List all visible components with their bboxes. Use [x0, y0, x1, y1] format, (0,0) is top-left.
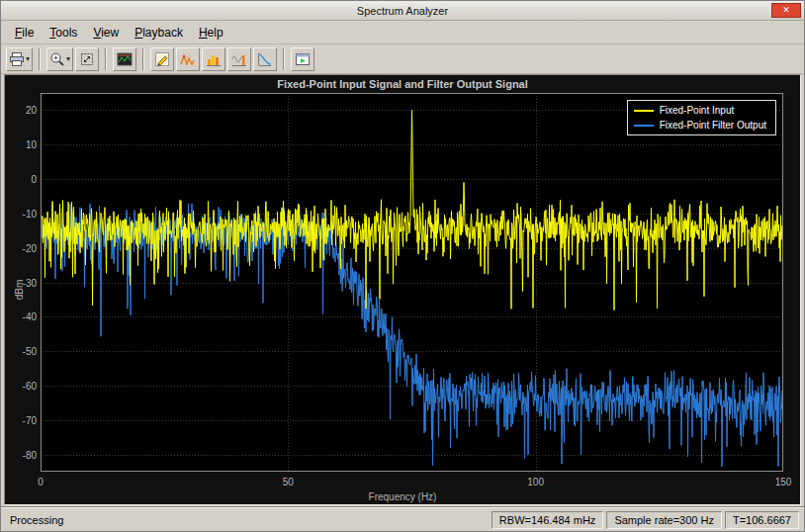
y-tick-label: -60	[23, 380, 37, 391]
ccdf-measurements-button[interactable]	[253, 47, 277, 71]
y-tick-label: 0	[31, 174, 37, 185]
toolbar-separator	[142, 48, 144, 70]
legend[interactable]: Fixed-Point Input Fixed-Point Filter Out…	[627, 100, 776, 135]
menu-playback[interactable]: Playback	[127, 23, 191, 43]
cursor-measurements-icon	[154, 51, 170, 67]
spectrum-analyzer-window: Spectrum Analyzer ✕ File Tools View Play…	[0, 0, 805, 532]
magnifier-icon	[49, 51, 65, 67]
y-tick-label: -10	[23, 208, 37, 219]
y-axis-label: dBm	[14, 270, 25, 310]
y-tick-label: -40	[23, 311, 37, 322]
menu-help[interactable]: Help	[191, 23, 231, 43]
toolbar-separator	[283, 48, 285, 70]
print-button[interactable]: ▾	[6, 47, 33, 71]
window-title: Spectrum Analyzer	[357, 5, 448, 17]
x-axis-label: Frequency (Hz)	[5, 491, 800, 502]
y-tick-label: 10	[26, 139, 37, 150]
dropdown-arrow-icon: ▾	[26, 54, 30, 63]
legend-line-output-icon	[634, 125, 654, 127]
y-tick-label: -20	[23, 242, 37, 253]
status-bar: Processing RBW=146.484 mHz Sample rate=3…	[1, 507, 804, 531]
spectrum-canvas[interactable]	[41, 93, 783, 472]
x-tick-label: 100	[527, 477, 544, 488]
chart-title: Fixed-Point Input Signal and Filter Outp…	[5, 78, 800, 90]
title-bar[interactable]: Spectrum Analyzer ✕	[1, 1, 804, 21]
toolbar: ▾ ▾	[1, 44, 804, 74]
y-tick-label: 20	[26, 105, 37, 116]
legend-line-input-icon	[634, 110, 654, 112]
close-button[interactable]: ✕	[771, 3, 801, 18]
menu-view[interactable]: View	[85, 23, 127, 43]
legend-entry-output: Fixed-Point Filter Output	[634, 120, 766, 131]
legend-entry-input: Fixed-Point Input	[634, 105, 766, 116]
spectrum-settings-icon	[117, 51, 133, 67]
zoom-button[interactable]: ▾	[46, 47, 73, 71]
y-tick-label: -70	[23, 414, 37, 425]
scale-axes-button[interactable]	[75, 47, 99, 71]
distortion-measurements-icon	[231, 51, 247, 67]
status-rbw: RBW=146.484 mHz	[492, 511, 604, 529]
axes-area[interactable]: Fixed-Point Input Fixed-Point Filter Out…	[41, 93, 783, 472]
cursor-measurements-button[interactable]	[150, 47, 174, 71]
y-tick-label: -50	[23, 346, 37, 357]
peak-finder-icon	[180, 51, 196, 67]
x-tick-label: 50	[283, 477, 294, 488]
y-tick-label: -80	[23, 449, 37, 460]
x-tick-label: 0	[38, 477, 44, 488]
legend-label-input: Fixed-Point Input	[660, 105, 735, 116]
spectrum-settings-button[interactable]	[113, 47, 136, 71]
peak-finder-button[interactable]	[176, 47, 200, 71]
ccdf-measurements-icon	[257, 51, 273, 67]
channel-measurements-icon	[206, 51, 222, 67]
menu-bar: File Tools View Playback Help	[1, 21, 804, 44]
toolbar-separator	[105, 48, 107, 70]
menu-tools[interactable]: Tools	[42, 23, 85, 43]
status-sample-rate: Sample rate=300 Hz	[606, 511, 722, 529]
toolbar-separator	[39, 48, 41, 70]
y-tick-label: -30	[23, 277, 37, 288]
channel-measurements-button[interactable]	[202, 47, 225, 71]
printer-icon	[9, 51, 25, 67]
status-time: T=106.6667	[725, 511, 799, 529]
playback-settings-icon	[295, 51, 311, 67]
playback-settings-button[interactable]	[291, 47, 314, 71]
dropdown-arrow-icon: ▾	[66, 54, 70, 63]
scale-axes-icon	[79, 51, 95, 67]
legend-label-output: Fixed-Point Filter Output	[660, 120, 766, 131]
menu-file[interactable]: File	[7, 23, 42, 43]
x-tick-label: 150	[775, 477, 792, 488]
status-processing: Processing	[6, 514, 489, 526]
plot-panel: Fixed-Point Input Signal and Filter Outp…	[4, 74, 801, 505]
distortion-measurements-button[interactable]	[227, 47, 251, 71]
